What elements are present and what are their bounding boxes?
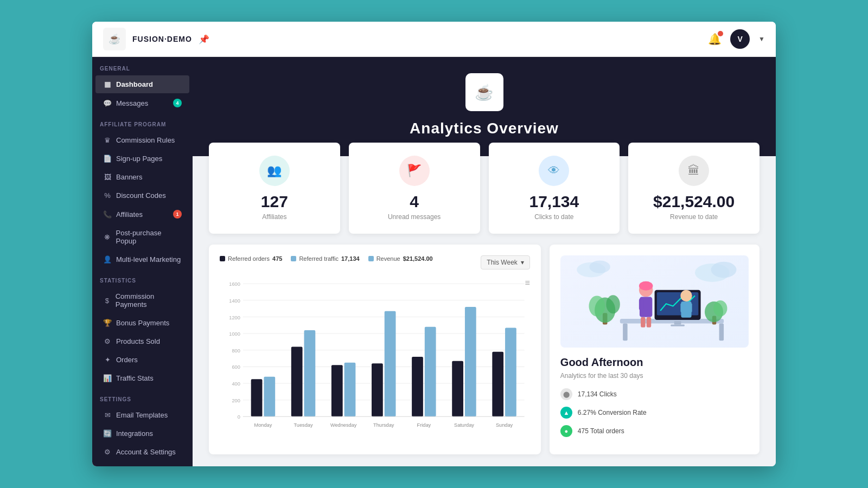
hero-header: ☕ Analytics Overview xyxy=(193,57,776,156)
right-stat-conversion: ▲6.27% Conversion Rate xyxy=(560,407,749,419)
sidebar-item-email-templates[interactable]: ✉Email Templates xyxy=(95,406,189,424)
svg-text:Thursday: Thursday xyxy=(373,422,394,428)
sidebar-item-account-settings[interactable]: ⚙Account & Settings xyxy=(95,443,189,461)
topbar: ☕ FUSION·DEMO 📌 🔔 V ▼ xyxy=(92,22,776,57)
sidebar-label-commission-rules: Commission Rules xyxy=(116,136,175,144)
sidebar-item-messages[interactable]: 💬Messages4 xyxy=(95,94,189,112)
sidebar-item-multilevel-marketing[interactable]: 👤Multi-level Marketing xyxy=(95,251,189,268)
svg-rect-55 xyxy=(641,317,646,328)
sidebar-item-post-purchase-popup[interactable]: ❋Post-purchase Popup xyxy=(95,224,189,250)
sidebar-badge-affiliates: 1 xyxy=(173,210,182,219)
legend-dot-referred-traffic xyxy=(291,256,296,261)
sidebar-section-statistics: Statistics xyxy=(92,269,193,287)
topbar-right: 🔔 V ▼ xyxy=(708,29,765,49)
stat-number-clicks: 17,134 xyxy=(500,194,609,210)
sidebar-item-bonus-payments[interactable]: 🏆Bonus Payments xyxy=(95,314,189,332)
right-stat-text-orders: 475 Total orders xyxy=(578,427,624,435)
chart-menu-icon[interactable]: ≡ xyxy=(525,278,529,288)
sidebar-label-discount-codes: Discount Codes xyxy=(116,191,166,200)
svg-text:1000: 1000 xyxy=(229,331,240,337)
sidebar-section-settings: Settings xyxy=(92,388,193,406)
svg-rect-34 xyxy=(465,307,476,416)
sidebar: General▦Dashboard💬Messages4Affiliate pro… xyxy=(92,57,193,466)
sidebar-item-integrations[interactable]: 🔄Integrations xyxy=(95,425,189,442)
stat-card-affiliates: 👥127Affiliates xyxy=(209,143,340,234)
hero-title: Analytics Overview xyxy=(214,120,754,137)
sidebar-label-signup-pages: Sign-up Pages xyxy=(116,155,162,163)
stat-label-affiliates: Affiliates xyxy=(220,213,329,221)
sidebar-label-post-purchase-popup: Post-purchase Popup xyxy=(116,229,182,245)
legend-dot-revenue xyxy=(368,256,374,261)
pin-icon: 📌 xyxy=(199,34,209,44)
legend-item-referred-traffic: Referred traffic17,134 xyxy=(291,255,359,262)
sidebar-item-traffic-stats[interactable]: 📊Traffic Stats xyxy=(95,369,189,387)
sidebar-item-signup-pages[interactable]: 📄Sign-up Pages xyxy=(95,150,189,168)
sidebar-icon-discount-codes: % xyxy=(103,191,112,200)
svg-rect-56 xyxy=(647,317,652,328)
chart-body: ≡ 02004006008001000120014001600MondayTue… xyxy=(220,278,530,441)
svg-point-68 xyxy=(713,300,727,317)
sidebar-item-banners[interactable]: 🖼Banners xyxy=(95,168,189,186)
legend-item-referred-orders: Referred orders475 xyxy=(220,255,282,262)
illustration-svg xyxy=(560,255,749,348)
bottom-section: Referred orders475Referred traffic17,134… xyxy=(193,234,776,465)
svg-text:1400: 1400 xyxy=(229,298,240,304)
svg-point-65 xyxy=(606,295,620,313)
sidebar-item-commission-payments[interactable]: $Commission Payments xyxy=(95,287,189,313)
sidebar-item-dashboard[interactable]: ▦Dashboard xyxy=(95,75,189,93)
sidebar-badge-messages: 4 xyxy=(173,99,182,107)
user-dropdown-arrow[interactable]: ▼ xyxy=(758,35,765,43)
svg-rect-25 xyxy=(344,363,356,417)
svg-rect-22 xyxy=(304,330,316,416)
right-panel: Good Afternoon Analytics for the last 30… xyxy=(550,245,760,454)
notification-badge xyxy=(718,31,723,36)
svg-rect-36 xyxy=(492,352,503,416)
svg-rect-60 xyxy=(680,303,684,312)
svg-rect-27 xyxy=(372,363,383,416)
hero-logo: ☕ xyxy=(465,73,503,111)
notification-button[interactable]: 🔔 xyxy=(708,33,722,46)
sidebar-item-orders[interactable]: ✦Orders xyxy=(95,351,189,369)
sidebar-icon-integrations: 🔄 xyxy=(103,429,112,438)
legend-value-referred-orders: 475 xyxy=(272,255,282,262)
svg-rect-31 xyxy=(425,327,436,416)
user-avatar-button[interactable]: V xyxy=(730,29,750,49)
svg-point-41 xyxy=(711,262,737,278)
svg-rect-48 xyxy=(657,292,699,316)
svg-rect-49 xyxy=(674,321,681,324)
svg-rect-19 xyxy=(264,377,275,417)
svg-point-64 xyxy=(589,296,605,316)
stat-icon-clicks: 👁 xyxy=(539,156,569,186)
svg-rect-18 xyxy=(251,379,263,416)
svg-text:600: 600 xyxy=(232,364,240,370)
stat-label-messages: Unread messages xyxy=(360,213,469,221)
sidebar-item-affiliates[interactable]: 📞Affiliates1 xyxy=(95,205,189,223)
sidebar-icon-banners: 🖼 xyxy=(103,173,112,181)
sidebar-icon-signup-pages: 📄 xyxy=(103,155,112,163)
stat-number-revenue: $21,524.00 xyxy=(639,194,749,210)
svg-rect-37 xyxy=(505,328,516,416)
sidebar-label-orders: Orders xyxy=(116,356,138,364)
svg-rect-61 xyxy=(688,303,692,312)
sidebar-section-affiliate-program: Affiliate program xyxy=(92,113,193,131)
legend-dot-referred-orders xyxy=(220,256,225,261)
stat-card-clicks: 👁17,134Clicks to date xyxy=(489,143,620,234)
svg-point-57 xyxy=(639,281,653,291)
app-logo: ☕ xyxy=(103,28,126,50)
legend-item-revenue: Revenue$21,524.00 xyxy=(368,255,433,262)
right-stat-text-clicks: 17,134 Clicks xyxy=(578,390,617,398)
sidebar-label-banners: Banners xyxy=(116,173,142,181)
svg-rect-30 xyxy=(412,357,423,416)
sidebar-icon-email-templates: ✉ xyxy=(103,411,112,419)
analytics-subtitle: Analytics for the last 30 days xyxy=(560,372,749,380)
stat-number-affiliates: 127 xyxy=(220,194,329,210)
sidebar-item-products-sold[interactable]: ⚙Products Sold xyxy=(95,332,189,350)
sidebar-item-commission-rules[interactable]: ♛Commission Rules xyxy=(95,131,189,149)
legend-value-referred-traffic: 17,134 xyxy=(341,255,360,262)
sidebar-item-discount-codes[interactable]: %Discount Codes xyxy=(95,187,189,204)
chart-filter-dropdown[interactable]: This Week ▾ xyxy=(481,255,529,269)
illustration xyxy=(560,255,749,348)
sidebar-label-commission-payments: Commission Payments xyxy=(116,292,182,309)
svg-text:Friday: Friday xyxy=(417,422,431,428)
svg-text:Tuesday: Tuesday xyxy=(294,422,313,428)
